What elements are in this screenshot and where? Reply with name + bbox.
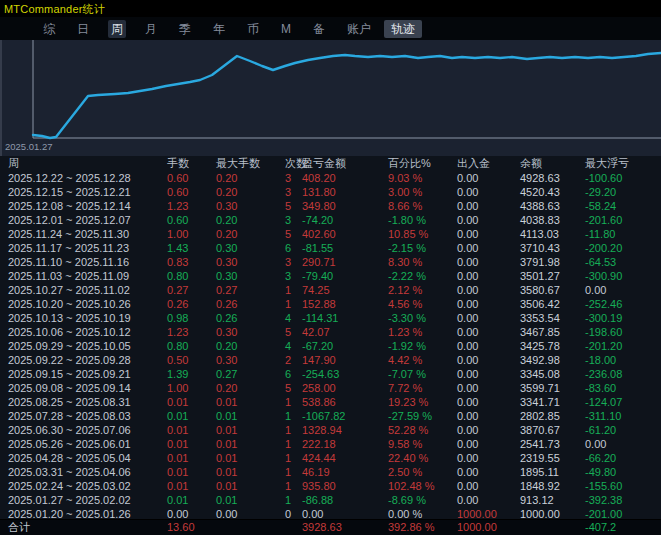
table-row[interactable]: 2025.12.08 ~ 2025.12.141.230.305349.808.… [0, 199, 661, 213]
col-header-profit[interactable]: 盈亏金额 [300, 156, 386, 171]
table-row[interactable]: 2025.10.27 ~ 2025.11.020.270.27174.252.1… [0, 283, 661, 297]
cell-lots: 0.01 [160, 409, 204, 423]
menu-item-日[interactable]: 日 [74, 20, 92, 38]
cell-balance: 3345.08 [516, 367, 584, 381]
col-header-maxlots[interactable]: 最大手数 [204, 156, 276, 171]
cell-inout: 0.00 [454, 423, 516, 437]
cell-balance: 3791.98 [516, 255, 584, 269]
cell-balance: 3492.98 [516, 353, 584, 367]
cell-inout: 0.00 [454, 353, 516, 367]
menu-item-备[interactable]: 备 [310, 20, 328, 38]
table-row[interactable]: 2025.03.31 ~ 2025.04.060.010.01146.192.5… [0, 465, 661, 479]
weekly-stats-table: 周 手数 最大手数 次数 盈亏金额 百分比% 出入金 余额 最大浮亏 2025.… [0, 156, 661, 521]
cell-profit: -254.63 [300, 367, 386, 381]
cell-lots: 1.00 [160, 381, 204, 395]
cell-max-lots: 0.30 [204, 241, 276, 255]
cell-percent: 8.66 % [386, 199, 454, 213]
cell-percent: -1.92 % [386, 339, 454, 353]
cell-inout: 0.00 [454, 339, 516, 353]
menu-items: 综日周月季年币M备账户 [0, 20, 374, 38]
table-row[interactable]: 2025.11.10 ~ 2025.11.160.830.303290.718.… [0, 255, 661, 269]
table-row[interactable]: 2025.12.22 ~ 2025.12.280.600.203408.209.… [0, 171, 661, 185]
menu-item-M[interactable]: M [278, 20, 294, 38]
table-header-row: 周 手数 最大手数 次数 盈亏金额 百分比% 出入金 余额 最大浮亏 [0, 156, 661, 171]
cell-profit: 42.07 [300, 325, 386, 339]
cell-percent: -8.69 % [386, 493, 454, 507]
cell-lots: 0.60 [160, 171, 204, 185]
cell-percent: -1.80 % [386, 213, 454, 227]
table-row[interactable]: 2025.04.28 ~ 2025.05.040.010.011424.4422… [0, 451, 661, 465]
table-body: 2025.12.22 ~ 2025.12.280.600.203408.209.… [0, 171, 661, 521]
table-row[interactable]: 2025.12.01 ~ 2025.12.070.600.203-74.20-1… [0, 213, 661, 227]
cell-max-lots: 0.30 [204, 255, 276, 269]
cell-count: 1 [276, 437, 300, 451]
col-header-balance[interactable]: 余额 [516, 156, 584, 171]
cell-max-lots: 0.20 [204, 339, 276, 353]
col-header-lots[interactable]: 手数 [160, 156, 204, 171]
menu-item-月[interactable]: 月 [142, 20, 160, 38]
col-header-period[interactable]: 周 [0, 156, 160, 171]
cell-inout: 0.00 [454, 311, 516, 325]
table-row[interactable]: 2025.11.24 ~ 2025.11.301.000.205402.6010… [0, 227, 661, 241]
cell-count: 1 [276, 297, 300, 311]
col-header-count[interactable]: 次数 [276, 156, 300, 171]
cell-percent: -2.22 % [386, 269, 454, 283]
total-profit: 3928.63 [300, 520, 386, 535]
table-row[interactable]: 2025.10.13 ~ 2025.10.190.980.264-114.31-… [0, 311, 661, 325]
cell-inout: 0.00 [454, 255, 516, 269]
table-row[interactable]: 2025.05.26 ~ 2025.06.010.010.011222.189.… [0, 437, 661, 451]
cell-balance: 3506.42 [516, 297, 584, 311]
table-row[interactable]: 2025.11.03 ~ 2025.11.090.800.303-79.40-2… [0, 269, 661, 283]
menu-item-年[interactable]: 年 [210, 20, 228, 38]
menu-item-周[interactable]: 周 [108, 20, 126, 38]
cell-percent: 7.72 % [386, 381, 454, 395]
cell-count: 5 [276, 381, 300, 395]
table-row[interactable]: 2025.01.27 ~ 2025.02.020.010.011-86.88-8… [0, 493, 661, 507]
table-row[interactable]: 2025.07.28 ~ 2025.08.030.010.011-1067.82… [0, 409, 661, 423]
track-button[interactable]: 轨迹 [384, 20, 422, 38]
cell-count: 3 [276, 185, 300, 199]
col-header-percent[interactable]: 百分比% [386, 156, 454, 171]
cell-balance: 3425.78 [516, 339, 584, 353]
menu-item-账户[interactable]: 账户 [344, 20, 374, 38]
cell-max-lots: 0.01 [204, 395, 276, 409]
cell-percent: 4.56 % [386, 297, 454, 311]
table-row[interactable]: 2025.09.08 ~ 2025.09.141.000.205258.007.… [0, 381, 661, 395]
cell-count: 2 [276, 353, 300, 367]
table-row[interactable]: 2025.02.24 ~ 2025.03.020.010.011935.8010… [0, 479, 661, 493]
cell-period: 2025.09.08 ~ 2025.09.14 [0, 381, 160, 395]
cell-inout: 0.00 [454, 493, 516, 507]
table-row[interactable]: 2025.11.17 ~ 2025.11.231.430.306-81.55-2… [0, 241, 661, 255]
cell-period: 2025.10.27 ~ 2025.11.02 [0, 283, 160, 297]
cell-percent: 9.03 % [386, 171, 454, 185]
table-row[interactable]: 2025.09.22 ~ 2025.09.280.500.302147.904.… [0, 353, 661, 367]
cell-count: 1 [276, 283, 300, 297]
menu-item-综[interactable]: 综 [40, 20, 58, 38]
table-row[interactable]: 2025.09.29 ~ 2025.10.050.800.204-67.20-1… [0, 339, 661, 353]
cell-drawdown: -201.60 [584, 213, 661, 227]
cell-balance: 3467.85 [516, 325, 584, 339]
cell-balance: 2802.85 [516, 409, 584, 423]
table-row[interactable]: 2025.10.20 ~ 2025.10.260.260.261152.884.… [0, 297, 661, 311]
cell-lots: 0.83 [160, 255, 204, 269]
cell-balance: 4520.43 [516, 185, 584, 199]
table-row[interactable]: 2025.12.15 ~ 2025.12.210.600.203131.803.… [0, 185, 661, 199]
menu-item-季[interactable]: 季 [176, 20, 194, 38]
table-row[interactable]: 2025.06.30 ~ 2025.07.060.010.0111328.945… [0, 423, 661, 437]
table-row[interactable]: 2025.09.15 ~ 2025.09.211.390.276-254.63-… [0, 367, 661, 381]
menu-bar: 综日周月季年币M备账户 轨迹 [0, 17, 661, 40]
cell-lots: 1.00 [160, 227, 204, 241]
table-row[interactable]: 2025.10.06 ~ 2025.10.121.230.30542.071.2… [0, 325, 661, 339]
col-header-inout[interactable]: 出入金 [454, 156, 516, 171]
cell-period: 2025.09.15 ~ 2025.09.21 [0, 367, 160, 381]
table-row[interactable]: 2025.08.25 ~ 2025.08.310.010.011538.8619… [0, 395, 661, 409]
cell-balance: 3710.43 [516, 241, 584, 255]
cell-drawdown: -252.46 [584, 297, 661, 311]
cell-drawdown: 0.00 [584, 283, 661, 297]
cell-drawdown: -236.08 [584, 367, 661, 381]
cell-profit: 408.20 [300, 171, 386, 185]
cell-drawdown: -100.60 [584, 171, 661, 185]
cell-profit: 402.60 [300, 227, 386, 241]
col-header-drawdown[interactable]: 最大浮亏 [584, 156, 661, 171]
menu-item-币[interactable]: 币 [244, 20, 262, 38]
